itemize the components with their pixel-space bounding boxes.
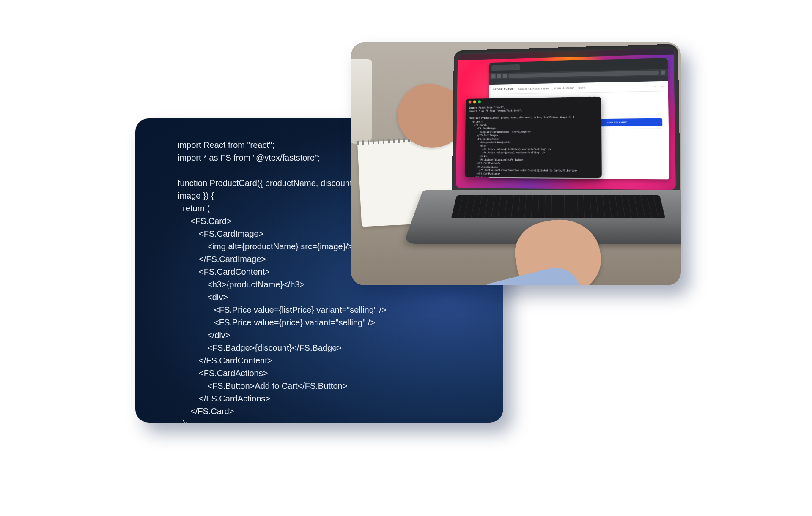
traffic-light-min-icon xyxy=(473,100,476,103)
cup xyxy=(351,59,372,144)
code-line: <div> xyxy=(178,291,461,303)
code-line: <FS.Button>Add to Cart</FS.Button> xyxy=(178,379,461,392)
code-line: <FS.Price value={listPrice} variant="sel… xyxy=(178,303,461,316)
code-line: </FS.CardActions> xyxy=(178,392,461,405)
browser-tab xyxy=(491,64,520,71)
code-line: </div> xyxy=(178,329,461,341)
code-line: </FS.CardContent> xyxy=(178,354,461,367)
laptop-photo-card: STORE THEME Apparel & Accessories Home &… xyxy=(351,42,681,285)
storefront-nav-3: More xyxy=(578,86,585,89)
back-icon xyxy=(491,74,496,79)
code-line: <FS.Badge>{discount}</FS.Badge> xyxy=(178,341,461,354)
code-line: <FS.CardActions> xyxy=(178,367,461,379)
code-line: <FS.Price value={price} variant="selling… xyxy=(178,316,461,329)
composition-frame: import React from "react";import * as FS… xyxy=(135,42,677,465)
code-line: ); xyxy=(178,418,461,423)
storefront-nav-1: Apparel & Accessories xyxy=(518,87,550,90)
terminal-window: import React from "react"; import * as F… xyxy=(465,97,602,178)
laptop-screen: STORE THEME Apparel & Accessories Home &… xyxy=(456,48,676,190)
forward-icon xyxy=(497,74,501,78)
traffic-light-close-icon xyxy=(469,100,472,103)
laptop-keyboard xyxy=(451,195,666,218)
extensions-icon xyxy=(661,70,665,74)
laptop-lid: STORE THEME Apparel & Accessories Home &… xyxy=(452,44,680,196)
search-icon: ⌕ xyxy=(654,85,656,87)
terminal-body: import React from "react"; import * as F… xyxy=(465,103,602,178)
traffic-light-max-icon xyxy=(478,100,481,103)
code-line: </FS.Card> xyxy=(178,405,461,418)
storefront-nav-2: Home & Decor xyxy=(554,87,574,90)
reload-icon xyxy=(503,74,507,78)
storefront-brand: STORE THEME xyxy=(493,87,514,90)
cart-icon: ▭ xyxy=(661,85,664,87)
laptop: STORE THEME Apparel & Accessories Home &… xyxy=(423,46,681,283)
